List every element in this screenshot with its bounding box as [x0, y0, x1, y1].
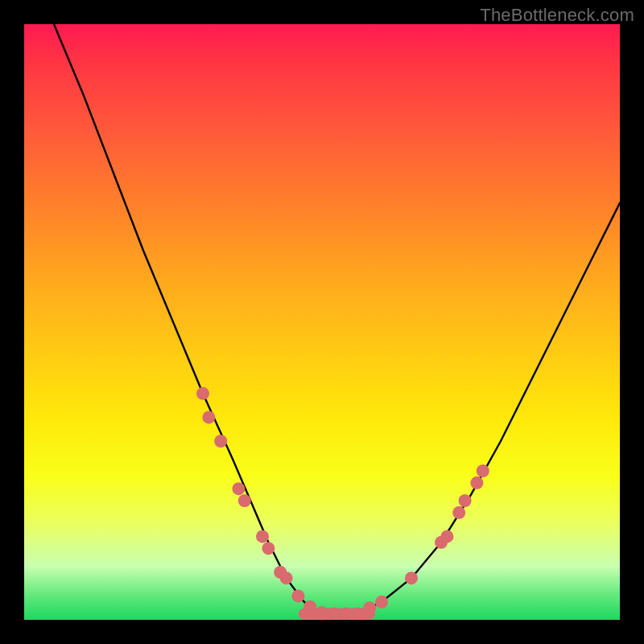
highlight-dot	[280, 572, 293, 584]
highlight-dot	[274, 566, 287, 579]
watermark-text: TheBottleneck.com	[480, 5, 634, 26]
highlight-dot	[256, 530, 269, 543]
highlight-dot	[459, 494, 472, 507]
highlight-dot	[351, 608, 364, 620]
highlight-dot	[262, 542, 275, 555]
highlight-dot	[405, 572, 418, 584]
markers-group	[196, 387, 489, 620]
highlight-dot	[316, 606, 328, 619]
highlight-dot	[214, 435, 227, 448]
chart-frame: TheBottleneck.com	[0, 0, 644, 644]
highlight-dot	[363, 601, 376, 614]
highlight-dot	[340, 608, 353, 620]
highlight-dot	[435, 536, 448, 549]
highlight-dot	[470, 477, 483, 489]
highlight-dot	[291, 589, 304, 602]
chart-svg	[24, 24, 620, 620]
highlight-dot	[238, 494, 251, 507]
highlight-dot	[232, 482, 245, 495]
highlight-dot	[375, 596, 388, 609]
highlight-dot	[440, 530, 453, 543]
highlight-dot	[196, 387, 209, 400]
highlight-dot	[452, 506, 465, 519]
highlight-dot	[328, 608, 341, 620]
highlight-dot	[477, 464, 489, 477]
highlight-dot	[303, 601, 316, 613]
curve-group	[54, 24, 620, 614]
highlight-dot	[202, 411, 215, 423]
bottleneck-curve	[54, 24, 620, 614]
plot-area	[24, 24, 620, 620]
